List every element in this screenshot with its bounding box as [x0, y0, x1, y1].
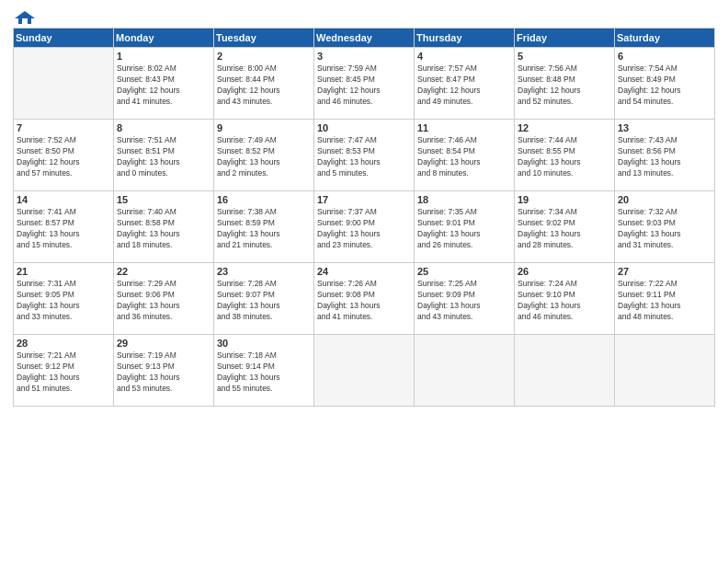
calendar-cell [314, 335, 415, 407]
day-info: Sunrise: 7:44 AM Sunset: 8:55 PM Dayligh… [518, 135, 611, 179]
weekday-header-monday: Monday [114, 29, 214, 48]
day-info: Sunrise: 7:29 AM Sunset: 9:06 PM Dayligh… [117, 279, 210, 323]
day-number: 24 [317, 266, 411, 277]
day-number: 21 [17, 266, 110, 277]
weekday-header-row: SundayMondayTuesdayWednesdayThursdayFrid… [14, 29, 715, 48]
logo-bird-icon [15, 9, 35, 26]
day-number: 7 [17, 122, 110, 133]
calendar-cell: 11Sunrise: 7:46 AM Sunset: 8:54 PM Dayli… [415, 120, 515, 191]
calendar-cell: 22Sunrise: 7:29 AM Sunset: 9:06 PM Dayli… [114, 263, 214, 335]
week-row-2: 7Sunrise: 7:52 AM Sunset: 8:50 PM Daylig… [14, 120, 715, 191]
day-info: Sunrise: 8:00 AM Sunset: 8:44 PM Dayligh… [217, 63, 311, 108]
calendar-cell: 16Sunrise: 7:38 AM Sunset: 8:59 PM Dayli… [214, 191, 314, 263]
day-number: 23 [217, 266, 311, 277]
day-number: 25 [417, 266, 511, 277]
calendar-cell: 24Sunrise: 7:26 AM Sunset: 9:08 PM Dayli… [314, 263, 415, 335]
day-number: 11 [417, 122, 511, 133]
day-info: Sunrise: 7:46 AM Sunset: 8:54 PM Dayligh… [417, 135, 511, 179]
calendar-cell: 1Sunrise: 8:02 AM Sunset: 8:43 PM Daylig… [114, 48, 214, 120]
day-number: 10 [317, 122, 411, 133]
day-info: Sunrise: 8:02 AM Sunset: 8:43 PM Dayligh… [117, 63, 210, 108]
day-number: 6 [618, 51, 711, 62]
calendar-cell: 17Sunrise: 7:37 AM Sunset: 9:00 PM Dayli… [314, 191, 415, 263]
calendar-cell [615, 335, 715, 407]
day-info: Sunrise: 7:40 AM Sunset: 8:58 PM Dayligh… [117, 207, 210, 251]
calendar-cell [14, 48, 114, 120]
day-number: 18 [417, 194, 511, 205]
calendar-cell: 4Sunrise: 7:57 AM Sunset: 8:47 PM Daylig… [415, 48, 515, 120]
day-info: Sunrise: 7:19 AM Sunset: 9:13 PM Dayligh… [117, 350, 210, 395]
day-info: Sunrise: 7:38 AM Sunset: 8:59 PM Dayligh… [217, 207, 311, 251]
calendar-cell: 2Sunrise: 8:00 AM Sunset: 8:44 PM Daylig… [214, 48, 314, 120]
day-info: Sunrise: 7:22 AM Sunset: 9:11 PM Dayligh… [618, 279, 711, 323]
calendar-cell: 25Sunrise: 7:25 AM Sunset: 9:09 PM Dayli… [415, 263, 515, 335]
calendar-cell [415, 335, 515, 407]
weekday-header-wednesday: Wednesday [314, 29, 415, 48]
day-info: Sunrise: 7:32 AM Sunset: 9:03 PM Dayligh… [618, 207, 711, 251]
calendar-cell: 15Sunrise: 7:40 AM Sunset: 8:58 PM Dayli… [114, 191, 214, 263]
weekday-header-saturday: Saturday [615, 29, 715, 48]
day-number: 13 [618, 122, 711, 133]
day-info: Sunrise: 7:56 AM Sunset: 8:48 PM Dayligh… [518, 63, 611, 108]
day-number: 9 [217, 122, 311, 133]
week-row-4: 21Sunrise: 7:31 AM Sunset: 9:05 PM Dayli… [14, 263, 715, 335]
calendar-cell: 12Sunrise: 7:44 AM Sunset: 8:55 PM Dayli… [515, 120, 615, 191]
day-info: Sunrise: 7:37 AM Sunset: 9:00 PM Dayligh… [317, 207, 411, 251]
day-number: 26 [518, 266, 611, 277]
day-info: Sunrise: 7:47 AM Sunset: 8:53 PM Dayligh… [317, 135, 411, 179]
calendar-cell: 29Sunrise: 7:19 AM Sunset: 9:13 PM Dayli… [114, 335, 214, 407]
day-number: 20 [618, 194, 711, 205]
logo [13, 9, 35, 22]
calendar-cell: 21Sunrise: 7:31 AM Sunset: 9:05 PM Dayli… [14, 263, 114, 335]
weekday-header-sunday: Sunday [14, 29, 114, 48]
calendar-cell: 7Sunrise: 7:52 AM Sunset: 8:50 PM Daylig… [14, 120, 114, 191]
week-row-5: 28Sunrise: 7:21 AM Sunset: 9:12 PM Dayli… [14, 335, 715, 407]
day-number: 2 [217, 51, 311, 62]
calendar-cell: 18Sunrise: 7:35 AM Sunset: 9:01 PM Dayli… [415, 191, 515, 263]
header [13, 9, 715, 22]
calendar-cell: 9Sunrise: 7:49 AM Sunset: 8:52 PM Daylig… [214, 120, 314, 191]
page: SundayMondayTuesdayWednesdayThursdayFrid… [0, 0, 728, 563]
day-info: Sunrise: 7:52 AM Sunset: 8:50 PM Dayligh… [17, 135, 110, 179]
calendar-cell: 5Sunrise: 7:56 AM Sunset: 8:48 PM Daylig… [515, 48, 615, 120]
day-info: Sunrise: 7:24 AM Sunset: 9:10 PM Dayligh… [518, 279, 611, 323]
day-number: 12 [518, 122, 611, 133]
day-number: 1 [117, 51, 210, 62]
day-info: Sunrise: 7:59 AM Sunset: 8:45 PM Dayligh… [317, 63, 411, 108]
day-number: 8 [117, 122, 210, 133]
day-number: 29 [117, 338, 210, 349]
week-row-1: 1Sunrise: 8:02 AM Sunset: 8:43 PM Daylig… [14, 48, 715, 120]
day-info: Sunrise: 7:26 AM Sunset: 9:08 PM Dayligh… [317, 279, 411, 323]
calendar-cell: 13Sunrise: 7:43 AM Sunset: 8:56 PM Dayli… [615, 120, 715, 191]
day-number: 16 [217, 194, 311, 205]
weekday-header-friday: Friday [515, 29, 615, 48]
day-number: 30 [217, 338, 311, 349]
calendar-cell: 20Sunrise: 7:32 AM Sunset: 9:03 PM Dayli… [615, 191, 715, 263]
day-info: Sunrise: 7:34 AM Sunset: 9:02 PM Dayligh… [518, 207, 611, 251]
day-info: Sunrise: 7:43 AM Sunset: 8:56 PM Dayligh… [618, 135, 711, 179]
day-number: 19 [518, 194, 611, 205]
calendar-cell: 3Sunrise: 7:59 AM Sunset: 8:45 PM Daylig… [314, 48, 415, 120]
day-info: Sunrise: 7:25 AM Sunset: 9:09 PM Dayligh… [417, 279, 511, 323]
day-number: 15 [117, 194, 210, 205]
calendar-cell: 6Sunrise: 7:54 AM Sunset: 8:49 PM Daylig… [615, 48, 715, 120]
day-info: Sunrise: 7:41 AM Sunset: 8:57 PM Dayligh… [17, 207, 110, 251]
day-number: 5 [518, 51, 611, 62]
day-number: 14 [17, 194, 110, 205]
weekday-header-thursday: Thursday [415, 29, 515, 48]
day-info: Sunrise: 7:21 AM Sunset: 9:12 PM Dayligh… [17, 350, 110, 395]
svg-marker-0 [15, 11, 35, 24]
day-info: Sunrise: 7:49 AM Sunset: 8:52 PM Dayligh… [217, 135, 311, 179]
day-number: 3 [317, 51, 411, 62]
calendar-cell: 10Sunrise: 7:47 AM Sunset: 8:53 PM Dayli… [314, 120, 415, 191]
calendar-cell: 19Sunrise: 7:34 AM Sunset: 9:02 PM Dayli… [515, 191, 615, 263]
calendar-cell: 23Sunrise: 7:28 AM Sunset: 9:07 PM Dayli… [214, 263, 314, 335]
day-info: Sunrise: 7:35 AM Sunset: 9:01 PM Dayligh… [417, 207, 511, 251]
day-number: 28 [17, 338, 110, 349]
calendar-cell: 30Sunrise: 7:18 AM Sunset: 9:14 PM Dayli… [214, 335, 314, 407]
day-number: 27 [618, 266, 711, 277]
calendar-cell: 8Sunrise: 7:51 AM Sunset: 8:51 PM Daylig… [114, 120, 214, 191]
day-number: 4 [417, 51, 511, 62]
day-info: Sunrise: 7:51 AM Sunset: 8:51 PM Dayligh… [117, 135, 210, 179]
day-number: 22 [117, 266, 210, 277]
